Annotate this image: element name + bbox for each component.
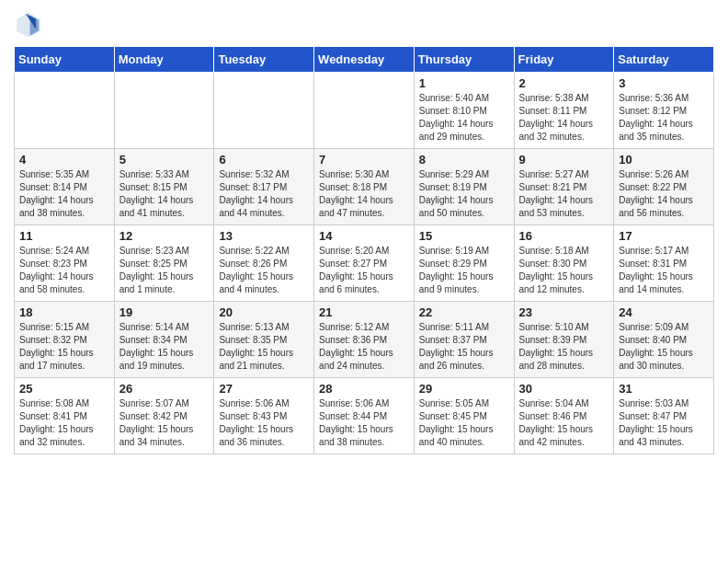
day-info: Sunrise: 5:35 AM Sunset: 8:14 PM Dayligh… (19, 168, 109, 220)
day-info: Sunrise: 5:08 AM Sunset: 8:41 PM Dayligh… (19, 397, 109, 449)
day-number: 11 (19, 229, 109, 243)
header-row: SundayMondayTuesdayWednesdayThursdayFrid… (15, 47, 714, 73)
day-number: 13 (219, 229, 309, 243)
day-number: 31 (619, 382, 709, 396)
day-info: Sunrise: 5:36 AM Sunset: 8:12 PM Dayligh… (619, 92, 709, 144)
day-cell: 7Sunrise: 5:30 AM Sunset: 8:18 PM Daylig… (314, 149, 415, 225)
col-header-thursday: Thursday (414, 47, 514, 73)
logo (14, 9, 47, 39)
day-cell: 21Sunrise: 5:12 AM Sunset: 8:36 PM Dayli… (314, 302, 415, 378)
day-info: Sunrise: 5:06 AM Sunset: 8:44 PM Dayligh… (319, 397, 409, 449)
day-cell: 17Sunrise: 5:17 AM Sunset: 8:31 PM Dayli… (614, 225, 714, 302)
col-header-monday: Monday (114, 47, 214, 73)
col-header-sunday: Sunday (15, 47, 115, 73)
day-number: 25 (19, 382, 109, 396)
day-cell: 22Sunrise: 5:11 AM Sunset: 8:37 PM Dayli… (414, 302, 514, 378)
day-info: Sunrise: 5:38 AM Sunset: 8:11 PM Dayligh… (519, 92, 609, 144)
header (14, 9, 714, 39)
day-cell: 13Sunrise: 5:22 AM Sunset: 8:26 PM Dayli… (214, 225, 314, 302)
day-cell: 24Sunrise: 5:09 AM Sunset: 8:40 PM Dayli… (614, 302, 714, 378)
day-cell: 20Sunrise: 5:13 AM Sunset: 8:35 PM Dayli… (214, 302, 314, 378)
day-number: 9 (519, 153, 609, 167)
day-number: 2 (519, 76, 609, 90)
day-cell: 2Sunrise: 5:38 AM Sunset: 8:11 PM Daylig… (514, 73, 614, 149)
day-cell: 11Sunrise: 5:24 AM Sunset: 8:23 PM Dayli… (15, 225, 115, 302)
day-info: Sunrise: 5:07 AM Sunset: 8:42 PM Dayligh… (119, 397, 210, 449)
day-info: Sunrise: 5:18 AM Sunset: 8:30 PM Dayligh… (519, 245, 609, 296)
day-info: Sunrise: 5:40 AM Sunset: 8:10 PM Dayligh… (419, 92, 509, 144)
day-info: Sunrise: 5:22 AM Sunset: 8:26 PM Dayligh… (219, 245, 309, 296)
day-cell: 23Sunrise: 5:10 AM Sunset: 8:39 PM Dayli… (514, 302, 614, 378)
col-header-wednesday: Wednesday (314, 47, 415, 73)
day-number: 24 (619, 305, 709, 319)
logo-icon (14, 9, 43, 39)
day-info: Sunrise: 5:29 AM Sunset: 8:19 PM Dayligh… (419, 168, 509, 220)
week-row-2: 4Sunrise: 5:35 AM Sunset: 8:14 PM Daylig… (15, 149, 714, 225)
week-row-4: 18Sunrise: 5:15 AM Sunset: 8:32 PM Dayli… (15, 302, 714, 378)
day-cell (15, 73, 115, 149)
week-row-1: 1Sunrise: 5:40 AM Sunset: 8:10 PM Daylig… (15, 73, 714, 149)
day-number: 4 (19, 153, 109, 167)
day-number: 12 (119, 229, 210, 243)
day-info: Sunrise: 5:23 AM Sunset: 8:25 PM Dayligh… (119, 245, 210, 296)
day-info: Sunrise: 5:13 AM Sunset: 8:35 PM Dayligh… (219, 321, 309, 373)
week-row-3: 11Sunrise: 5:24 AM Sunset: 8:23 PM Dayli… (15, 225, 714, 302)
day-number: 16 (519, 229, 609, 243)
day-info: Sunrise: 5:27 AM Sunset: 8:21 PM Dayligh… (519, 168, 609, 220)
day-cell: 27Sunrise: 5:06 AM Sunset: 8:43 PM Dayli… (214, 378, 314, 454)
day-number: 1 (419, 76, 509, 90)
day-number: 10 (619, 153, 709, 167)
day-cell: 29Sunrise: 5:05 AM Sunset: 8:45 PM Dayli… (414, 378, 514, 454)
day-info: Sunrise: 5:15 AM Sunset: 8:32 PM Dayligh… (19, 321, 109, 373)
day-info: Sunrise: 5:04 AM Sunset: 8:46 PM Dayligh… (519, 397, 609, 449)
calendar-table: SundayMondayTuesdayWednesdayThursdayFrid… (14, 46, 714, 454)
day-cell: 12Sunrise: 5:23 AM Sunset: 8:25 PM Dayli… (114, 225, 214, 302)
day-number: 6 (219, 153, 309, 167)
day-number: 26 (119, 382, 210, 396)
day-number: 22 (419, 305, 509, 319)
day-info: Sunrise: 5:05 AM Sunset: 8:45 PM Dayligh… (419, 397, 509, 449)
day-cell: 6Sunrise: 5:32 AM Sunset: 8:17 PM Daylig… (214, 149, 314, 225)
day-number: 27 (219, 382, 309, 396)
day-info: Sunrise: 5:03 AM Sunset: 8:47 PM Dayligh… (619, 397, 709, 449)
day-number: 29 (419, 382, 509, 396)
day-cell: 28Sunrise: 5:06 AM Sunset: 8:44 PM Dayli… (314, 378, 415, 454)
col-header-saturday: Saturday (614, 47, 714, 73)
day-info: Sunrise: 5:26 AM Sunset: 8:22 PM Dayligh… (619, 168, 709, 220)
day-number: 5 (119, 153, 210, 167)
day-cell: 16Sunrise: 5:18 AM Sunset: 8:30 PM Dayli… (514, 225, 614, 302)
day-cell: 1Sunrise: 5:40 AM Sunset: 8:10 PM Daylig… (414, 73, 514, 149)
day-info: Sunrise: 5:17 AM Sunset: 8:31 PM Dayligh… (619, 245, 709, 296)
day-cell: 8Sunrise: 5:29 AM Sunset: 8:19 PM Daylig… (414, 149, 514, 225)
day-cell: 30Sunrise: 5:04 AM Sunset: 8:46 PM Dayli… (514, 378, 614, 454)
day-info: Sunrise: 5:32 AM Sunset: 8:17 PM Dayligh… (219, 168, 309, 220)
day-info: Sunrise: 5:24 AM Sunset: 8:23 PM Dayligh… (19, 245, 109, 296)
day-info: Sunrise: 5:20 AM Sunset: 8:27 PM Dayligh… (319, 245, 409, 296)
day-number: 18 (19, 305, 109, 319)
day-cell (314, 73, 415, 149)
day-number: 21 (319, 305, 409, 319)
day-info: Sunrise: 5:09 AM Sunset: 8:40 PM Dayligh… (619, 321, 709, 373)
col-header-tuesday: Tuesday (214, 47, 314, 73)
day-cell: 25Sunrise: 5:08 AM Sunset: 8:41 PM Dayli… (15, 378, 115, 454)
week-row-5: 25Sunrise: 5:08 AM Sunset: 8:41 PM Dayli… (15, 378, 714, 454)
day-info: Sunrise: 5:33 AM Sunset: 8:15 PM Dayligh… (119, 168, 210, 220)
day-number: 8 (419, 153, 509, 167)
day-info: Sunrise: 5:14 AM Sunset: 8:34 PM Dayligh… (119, 321, 210, 373)
day-info: Sunrise: 5:10 AM Sunset: 8:39 PM Dayligh… (519, 321, 609, 373)
day-cell: 15Sunrise: 5:19 AM Sunset: 8:29 PM Dayli… (414, 225, 514, 302)
day-number: 23 (519, 305, 609, 319)
day-cell: 9Sunrise: 5:27 AM Sunset: 8:21 PM Daylig… (514, 149, 614, 225)
day-number: 15 (419, 229, 509, 243)
day-cell: 10Sunrise: 5:26 AM Sunset: 8:22 PM Dayli… (614, 149, 714, 225)
day-cell: 31Sunrise: 5:03 AM Sunset: 8:47 PM Dayli… (614, 378, 714, 454)
day-info: Sunrise: 5:11 AM Sunset: 8:37 PM Dayligh… (419, 321, 509, 373)
day-number: 20 (219, 305, 309, 319)
day-cell: 4Sunrise: 5:35 AM Sunset: 8:14 PM Daylig… (15, 149, 115, 225)
day-number: 28 (319, 382, 409, 396)
day-cell: 3Sunrise: 5:36 AM Sunset: 8:12 PM Daylig… (614, 73, 714, 149)
day-cell: 18Sunrise: 5:15 AM Sunset: 8:32 PM Dayli… (15, 302, 115, 378)
day-info: Sunrise: 5:19 AM Sunset: 8:29 PM Dayligh… (419, 245, 509, 296)
day-number: 3 (619, 76, 709, 90)
day-info: Sunrise: 5:12 AM Sunset: 8:36 PM Dayligh… (319, 321, 409, 373)
